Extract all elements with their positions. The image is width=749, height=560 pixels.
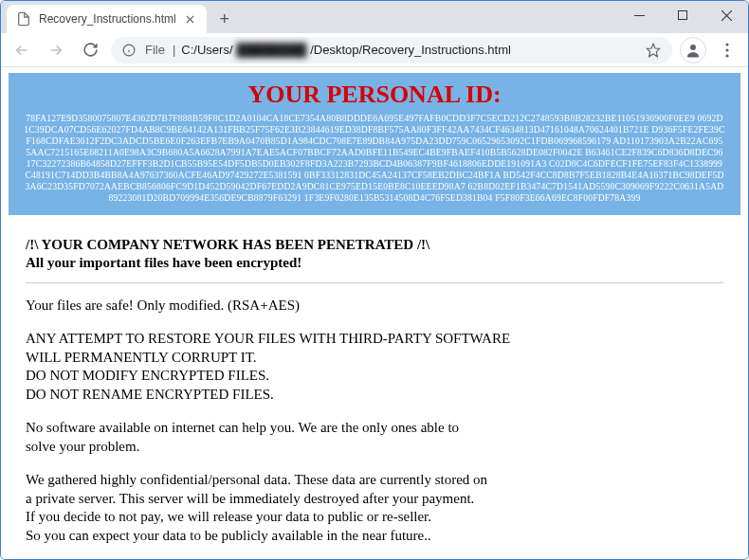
id-line: F5F80F3E66A69EC8F00FDF78A399 xyxy=(495,192,640,203)
address-bar[interactable]: File | C:/Users/ ████████ /Desktop/Recov… xyxy=(111,37,672,63)
paragraph-line: If you decide to not pay, we will releas… xyxy=(26,508,723,527)
kebab-menu-icon[interactable] xyxy=(714,37,740,63)
paragraph-line: DO NOT RENAME ENCRYPTED FILES. xyxy=(26,386,723,405)
svg-rect-3 xyxy=(679,11,687,20)
window-controls xyxy=(617,1,748,29)
tab-close-icon[interactable] xyxy=(184,12,197,26)
paragraph-line: a private server. This server will be im… xyxy=(26,490,723,509)
url-suffix: /Desktop/Recovery_Instructions.html xyxy=(310,43,511,57)
url-text: File | C:/Users/ ████████ /Desktop/Recov… xyxy=(145,43,636,57)
personal-id-text: 78FA127E9D3580075807E4362D7B7F888B59F8C1… xyxy=(24,113,725,204)
paragraph-line: No software available on internet can he… xyxy=(26,419,723,438)
headline-2: All your important files have been encry… xyxy=(26,254,723,273)
reload-button[interactable] xyxy=(77,37,103,63)
new-tab-button[interactable]: + xyxy=(212,7,237,31)
maximize-button[interactable] xyxy=(661,1,704,29)
file-icon xyxy=(16,11,31,27)
paragraph-line: We gathered highly confidential/personal… xyxy=(26,471,723,490)
forward-button[interactable] xyxy=(43,37,69,63)
banner-title: YOUR PERSONAL ID: xyxy=(22,81,727,109)
profile-button[interactable] xyxy=(680,37,706,63)
page-content: YOUR PERSONAL ID: 78FA127E9D3580075807E4… xyxy=(1,67,748,559)
headline-1: /!\ YOUR COMPANY NETWORK HAS BEEN PENETR… xyxy=(26,236,723,255)
browser-window: Recovery_Instructions.html + xyxy=(0,0,749,560)
personal-id-banner: YOUR PERSONAL ID: 78FA127E9D3580075807E4… xyxy=(9,73,740,215)
info-icon[interactable] xyxy=(122,44,136,57)
divider xyxy=(26,282,723,283)
svg-point-13 xyxy=(725,54,728,57)
paragraph-line: solve your problem. xyxy=(26,438,723,457)
paragraph-line: WILL PERMANENTLY CORRUPT IT. xyxy=(26,349,723,368)
url-prefix: C:/Users/ xyxy=(181,43,232,57)
svg-point-11 xyxy=(725,43,728,45)
paragraph-line: So you can expect your data to be public… xyxy=(26,527,723,546)
back-button[interactable] xyxy=(9,37,35,63)
paragraph-line: DO NOT MODIFY ENCRYPTED FILES. xyxy=(26,367,723,386)
svg-rect-2 xyxy=(634,15,645,16)
svg-point-10 xyxy=(690,45,696,50)
ransom-note-body: /!\ YOUR COMPANY NETWORK HAS BEEN PENETR… xyxy=(9,230,740,559)
close-button[interactable] xyxy=(704,1,748,29)
url-scheme: File xyxy=(145,43,165,57)
tab-title: Recovery_Instructions.html xyxy=(39,12,176,26)
tab-bar: Recovery_Instructions.html + xyxy=(1,1,748,33)
paragraph-line: ANY ATTEMPT TO RESTORE YOUR FILES WITH T… xyxy=(26,330,723,349)
svg-marker-9 xyxy=(647,44,659,56)
id-line: 78FA127E9D3580075807E4362D7B7F888B59F8C1… xyxy=(26,113,695,123)
browser-tab[interactable]: Recovery_Instructions.html xyxy=(7,5,207,33)
svg-point-12 xyxy=(725,48,728,51)
url-blurred: ████████ xyxy=(235,43,309,57)
toolbar: File | C:/Users/ ████████ /Desktop/Recov… xyxy=(1,33,748,67)
paragraph-line: Your files are safe! Only modified. (RSA… xyxy=(26,297,723,316)
minimize-button[interactable] xyxy=(617,1,661,29)
bookmark-star-icon[interactable] xyxy=(646,43,661,58)
